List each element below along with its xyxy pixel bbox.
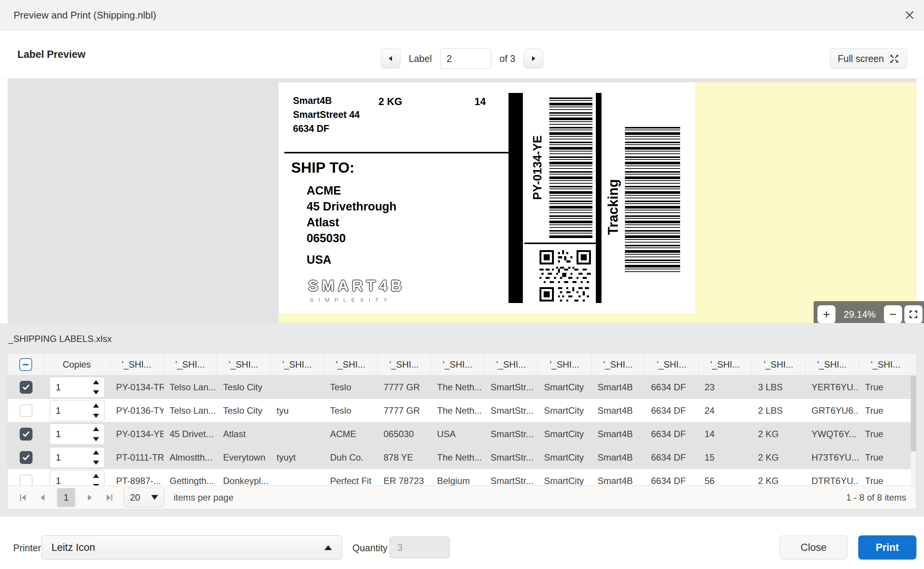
table-cell: SmartCity <box>538 376 592 399</box>
ship-to-heading: SHIP TO: <box>291 159 355 176</box>
table-cell: 24 <box>699 399 752 422</box>
copies-increment-button[interactable] <box>88 424 104 434</box>
table-cell: Smart4B <box>592 376 645 399</box>
table-cell: PY-0134-YE <box>110 422 164 445</box>
copies-column-header[interactable]: Copies <box>44 354 110 375</box>
previous-page-icon[interactable] <box>37 492 48 503</box>
zoom-out-button[interactable]: − <box>884 305 902 323</box>
arrow-up-icon <box>93 380 99 384</box>
label-pager-label: Label <box>409 53 432 64</box>
copies-stepper[interactable]: 1 <box>44 376 110 399</box>
copies-increment-button[interactable] <box>88 447 104 458</box>
table-cell: Smart4B <box>592 399 645 422</box>
data-column-header[interactable]: '_SHI... <box>645 354 699 375</box>
zoom-fullscreen-button[interactable] <box>904 305 922 323</box>
next-label-button[interactable] <box>524 49 543 68</box>
table-cell <box>271 422 324 445</box>
table-scrollbar[interactable] <box>911 376 916 486</box>
copies-increment-button[interactable] <box>88 400 104 411</box>
data-column-header[interactable]: '_SHI... <box>378 354 431 375</box>
data-column-header[interactable]: '_SHI... <box>110 354 164 375</box>
table-cell: The Neth... <box>431 399 485 422</box>
table-cell: Telso Lan... <box>164 376 217 399</box>
fullscreen-button[interactable]: Full screen <box>830 48 907 69</box>
data-column-header[interactable]: '_SHI... <box>217 354 271 375</box>
arrow-down-icon <box>93 437 99 441</box>
label-number-input[interactable] <box>440 48 491 69</box>
table-cell: 45 Drivet... <box>164 422 217 445</box>
quantity-input[interactable] <box>389 537 450 558</box>
data-column-header[interactable]: '_SHI... <box>271 354 324 375</box>
zoom-in-button[interactable]: + <box>817 305 836 323</box>
data-column-header[interactable]: '_SHI... <box>592 354 645 375</box>
data-column-header[interactable]: '_SHI... <box>752 354 806 375</box>
table-row[interactable]: 1PT-0111-TRAlmostth...EverytowntyuytDuh … <box>8 446 916 469</box>
last-page-icon[interactable] <box>104 492 115 503</box>
expand-arrows-icon <box>889 54 899 64</box>
next-page-icon[interactable] <box>84 492 95 503</box>
arrow-down-icon <box>93 414 99 418</box>
printer-select[interactable]: Leitz Icon <box>41 535 342 560</box>
table-cell: The Neth... <box>431 376 485 399</box>
table-cell: True <box>859 422 913 445</box>
table-row[interactable]: 1PY-0134-YE45 Drivet...AtlastACME065030U… <box>8 422 916 446</box>
package-weight: 2 KG <box>378 96 402 108</box>
data-column-header[interactable]: '_SHI... <box>485 354 538 375</box>
table-cell: Teslo City <box>217 376 271 399</box>
printer-label: Printer <box>13 543 41 554</box>
table-cell: PT-0111-TR <box>110 446 164 469</box>
data-source-filename: _SHIPPING LABELS.xlsx <box>8 334 112 344</box>
fullscreen-button-label: Full screen <box>838 53 884 64</box>
arrow-up-icon <box>93 427 99 431</box>
copies-stepper[interactable]: 1 <box>44 399 110 422</box>
close-button[interactable]: Close <box>780 535 848 560</box>
preview-header: Label Preview Label of 3 Full screen <box>0 31 924 79</box>
table-cell: 2 KG <box>752 422 806 445</box>
current-page-button[interactable]: 1 <box>57 488 75 507</box>
table-cell: ACME <box>324 422 378 445</box>
row-select-checkbox[interactable] <box>8 399 44 422</box>
check-icon <box>22 453 31 462</box>
label-divider-2 <box>524 243 596 244</box>
table-cell <box>271 376 324 399</box>
table-cell: Duh Co. <box>324 446 378 469</box>
data-column-header[interactable]: '_SHI... <box>699 354 752 375</box>
arrow-down-icon <box>93 390 99 394</box>
table-row[interactable]: 1PY-0136-TYTelso Lan...Teslo CitytyuTesl… <box>8 399 916 422</box>
first-page-icon[interactable] <box>18 492 28 503</box>
table-row[interactable]: 1PY-0134-TRTelso Lan...Teslo CityTeslo77… <box>8 376 916 399</box>
row-select-checkbox[interactable] <box>8 376 44 399</box>
select-all-checkbox[interactable] <box>8 354 44 375</box>
copies-decrement-button[interactable] <box>88 434 104 444</box>
table-cell: 878 YE <box>378 446 431 469</box>
data-column-header[interactable]: '_SHI... <box>538 354 592 375</box>
table-cell: SmartCity <box>538 422 592 445</box>
table-cell: PY-0136-TY <box>110 399 164 422</box>
data-column-header[interactable]: '_SHI... <box>324 354 378 375</box>
previous-label-button[interactable] <box>381 49 400 68</box>
label-thick-bar <box>509 93 523 303</box>
copies-stepper[interactable]: 1 <box>44 422 110 445</box>
table-cell: SmartStr... <box>485 422 538 445</box>
chevron-up-icon <box>324 545 332 550</box>
table-cell: Teslo City <box>217 399 271 422</box>
copies-decrement-button[interactable] <box>88 387 104 397</box>
data-column-header[interactable]: '_SHI... <box>431 354 485 375</box>
copies-increment-button[interactable] <box>88 377 104 387</box>
data-column-header[interactable]: '_SHI... <box>164 354 217 375</box>
table-cell: 6634 DF <box>645 446 699 469</box>
scrollbar-thumb[interactable] <box>911 376 916 451</box>
close-icon[interactable] <box>904 9 916 21</box>
data-column-header[interactable]: '_SHI... <box>806 354 859 375</box>
copies-stepper[interactable]: 1 <box>44 446 110 469</box>
data-column-header[interactable]: '_SHI... <box>859 354 913 375</box>
data-table: Copies '_SHI...'_SHI...'_SHI...'_SHI...'… <box>8 353 916 509</box>
copies-increment-button[interactable] <box>88 471 104 481</box>
table-cell: 6634 DF <box>645 399 699 422</box>
copies-decrement-button[interactable] <box>88 411 104 421</box>
print-button[interactable]: Print <box>858 535 916 560</box>
page-size-select[interactable]: 20 <box>124 488 164 507</box>
row-select-checkbox[interactable] <box>8 422 44 445</box>
copies-decrement-button[interactable] <box>88 458 104 468</box>
row-select-checkbox[interactable] <box>8 446 44 469</box>
